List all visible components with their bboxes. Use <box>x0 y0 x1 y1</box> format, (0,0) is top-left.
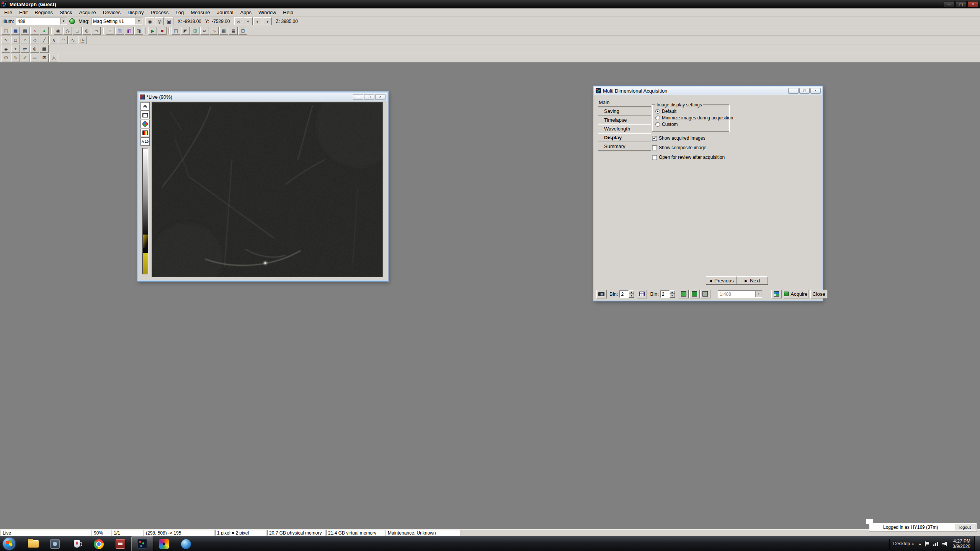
stop-journal-icon[interactable]: ■ <box>158 27 167 35</box>
radio-custom[interactable] <box>655 122 660 127</box>
table-button[interactable] <box>637 290 647 298</box>
sphere-icon[interactable]: ● <box>40 27 49 35</box>
combo-arrow-icon[interactable]: ▼ <box>136 18 142 24</box>
fit-screen-icon[interactable] <box>140 111 150 119</box>
radio-row-custom[interactable]: Custom <box>655 121 729 127</box>
taskbar-item-java[interactable] <box>66 536 88 551</box>
menu-devices[interactable]: Devices <box>100 9 124 16</box>
line-region-icon[interactable]: ╱ <box>40 36 49 44</box>
rectangle-region-icon[interactable]: □ <box>11 36 20 44</box>
lut-icon[interactable]: ◧ <box>125 27 134 35</box>
zoom-icon[interactable]: ⊕ <box>82 27 91 35</box>
close-all-icon[interactable]: × <box>30 27 39 35</box>
taskbar-item-chrome[interactable] <box>88 536 109 551</box>
histogram-icon[interactable]: ▥ <box>115 27 124 35</box>
ruler-icon[interactable]: ≡ <box>106 27 114 35</box>
camera-settings-icon[interactable]: ▣ <box>165 17 173 25</box>
show-desktop-button[interactable] <box>975 536 980 551</box>
menu-window[interactable]: Window <box>255 9 279 16</box>
show-hidden-icons-button[interactable]: ▲ <box>917 542 923 546</box>
camera-button[interactable] <box>596 290 606 298</box>
play-journal-icon[interactable]: ▶ <box>148 27 157 35</box>
checkbox-show-composite[interactable] <box>652 145 657 150</box>
live-close-button[interactable]: × <box>375 94 385 100</box>
threshold-icon[interactable]: ◨ <box>134 27 143 35</box>
minimize-button[interactable]: — <box>944 1 955 7</box>
angle-icon[interactable]: ◬ <box>49 54 58 62</box>
illum-indicator-icon[interactable] <box>69 18 75 24</box>
desktop-toolbar-label[interactable]: Desktop <box>893 541 910 546</box>
checkbox-open-review[interactable] <box>652 155 657 160</box>
transfer-region-icon[interactable]: ◳ <box>78 36 87 44</box>
table-icon[interactable]: ▩ <box>219 27 228 35</box>
lut-select-icon[interactable] <box>140 129 150 137</box>
acquire-camera-icon[interactable]: ◎ <box>63 27 72 35</box>
radio-default[interactable] <box>655 109 660 114</box>
desktop-chevron-icon[interactable]: » <box>911 541 914 546</box>
taskbar-item-imaging[interactable] <box>153 536 175 551</box>
shade-button-2[interactable] <box>689 290 699 298</box>
mda-nav-summary[interactable]: Summary <box>598 142 651 151</box>
journal-icon[interactable]: ≣ <box>229 27 238 35</box>
maximize-button[interactable]: ▢ <box>956 1 967 7</box>
taskbar-item-metamorph[interactable] <box>131 536 153 551</box>
shade-button-3[interactable] <box>700 290 710 298</box>
spin-up-icon[interactable]: ▲ <box>670 290 675 294</box>
graph-icon[interactable]: ∿ <box>210 27 219 35</box>
taskbar-item-media[interactable] <box>44 536 66 551</box>
radio-row-minimize[interactable]: Minimize images during acquisition <box>655 115 729 121</box>
menu-acquire[interactable]: Acquire <box>76 9 100 16</box>
taskbar-item-explorer[interactable] <box>22 536 44 551</box>
live-window[interactable]: *Live (90%) — ▢ × ⊕ A 10 <box>137 91 388 282</box>
menu-stack[interactable]: Stack <box>56 9 76 16</box>
print-icon[interactable]: ▤ <box>21 27 29 35</box>
curve-region-icon[interactable]: ◠ <box>59 36 68 44</box>
mda-dialog[interactable]: Multi Dimensional Acquisition — ▢ × Main… <box>593 86 823 301</box>
menu-help[interactable]: Help <box>279 9 297 16</box>
live-image-canvas[interactable] <box>152 102 383 277</box>
start-button[interactable] <box>0 536 18 551</box>
combo-arrow-icon[interactable]: ▼ <box>60 18 67 24</box>
freehand-region-icon[interactable]: ∿ <box>69 36 77 44</box>
network-icon[interactable] <box>933 542 938 546</box>
clock[interactable]: 4:27 PM 3/9/2020 <box>952 538 970 549</box>
autofocus-icon[interactable]: ⌖ <box>244 17 253 25</box>
note-icon[interactable]: ▭ <box>30 54 39 62</box>
spin-down-icon[interactable]: ▼ <box>629 294 634 298</box>
region-icon[interactable]: □ <box>73 27 82 35</box>
taskbar-item-red-app[interactable] <box>109 536 131 551</box>
menu-edit[interactable]: Edit <box>16 9 31 16</box>
link-icon[interactable]: ∞ <box>200 27 209 35</box>
close-dialog-button[interactable]: Close <box>810 290 827 298</box>
target-region-icon[interactable]: ⊕ <box>30 45 39 53</box>
volume-icon[interactable] <box>942 542 947 546</box>
menu-file[interactable]: File <box>1 9 16 16</box>
swap-region-icon[interactable]: ⇄ <box>21 45 29 53</box>
menu-journal[interactable]: Journal <box>214 9 237 16</box>
polygon-region-icon[interactable]: ◇ <box>30 36 39 44</box>
bin-spinner-1[interactable]: 2 ▲ ▼ <box>619 290 634 298</box>
snap-camera-icon[interactable]: ◉ <box>145 17 154 25</box>
live-maximize-button[interactable]: ▢ <box>364 94 374 100</box>
eraser-icon[interactable]: ∅ <box>2 54 10 62</box>
mag-combo[interactable]: Mag Setting #1 ▼ <box>91 18 142 25</box>
shade-button-1[interactable] <box>679 290 689 298</box>
zoom-tool-icon[interactable]: ⊕ <box>140 102 150 111</box>
mda-nav-main[interactable]: Main <box>598 98 651 107</box>
white-balance-icon[interactable]: ◑ <box>263 17 272 25</box>
next-button[interactable]: ▶ Next <box>737 276 768 285</box>
illum-combo[interactable]: 488 ▼ <box>16 18 67 25</box>
erase-icon[interactable]: ▱ <box>92 27 101 35</box>
checkbox-show-acquired[interactable] <box>652 136 657 141</box>
overlay-icon[interactable]: ◫ <box>172 27 180 35</box>
grid-region-icon[interactable]: ▦ <box>40 45 49 53</box>
mda-nav-display[interactable]: Display <box>598 133 651 142</box>
close-button[interactable]: × <box>967 1 978 7</box>
stamp-icon[interactable]: ⊠ <box>40 54 49 62</box>
binoculars-icon[interactable]: ∞ <box>234 17 243 25</box>
pencil-icon[interactable]: ✎ <box>11 54 20 62</box>
bin-spinner-2[interactable]: 2 ▲ ▼ <box>660 290 675 298</box>
live-minimize-button[interactable]: — <box>353 94 363 100</box>
check-row-composite[interactable]: Show composite image <box>652 145 725 150</box>
pointer-tool-icon[interactable]: ↖ <box>2 36 10 44</box>
